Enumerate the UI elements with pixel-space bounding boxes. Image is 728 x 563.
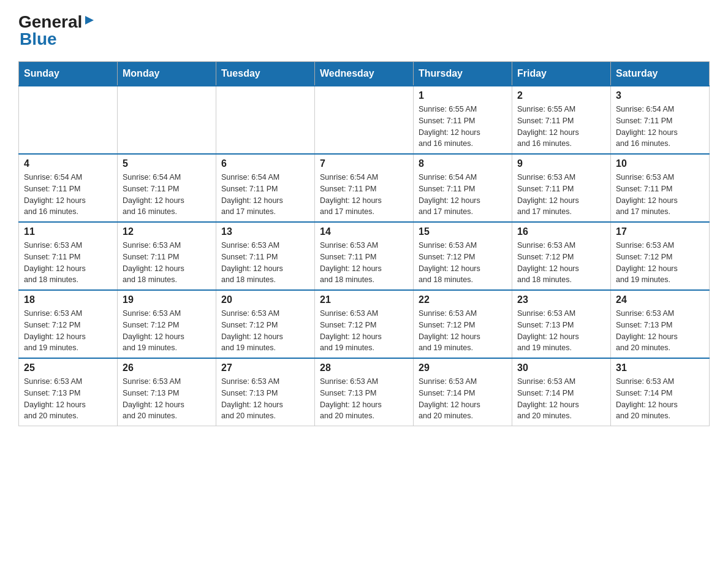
day-info: Sunrise: 6:53 AMSunset: 7:11 PMDaylight:…	[24, 240, 112, 286]
day-number: 14	[320, 226, 408, 237]
calendar-header-saturday: Saturday	[611, 62, 710, 86]
calendar-day-cell: 4Sunrise: 6:54 AMSunset: 7:11 PMDaylight…	[19, 154, 118, 222]
day-info: Sunrise: 6:53 AMSunset: 7:13 PMDaylight:…	[320, 376, 408, 422]
day-info: Sunrise: 6:53 AMSunset: 7:12 PMDaylight:…	[616, 240, 704, 286]
day-number: 21	[320, 294, 408, 305]
calendar-week-row: 18Sunrise: 6:53 AMSunset: 7:12 PMDayligh…	[19, 290, 710, 358]
calendar-day-cell: 6Sunrise: 6:54 AMSunset: 7:11 PMDaylight…	[216, 154, 315, 222]
day-number: 7	[320, 158, 408, 169]
calendar-day-cell: 22Sunrise: 6:53 AMSunset: 7:12 PMDayligh…	[414, 290, 512, 358]
day-info: Sunrise: 6:55 AMSunset: 7:11 PMDaylight:…	[419, 104, 507, 150]
day-info: Sunrise: 6:53 AMSunset: 7:14 PMDaylight:…	[419, 376, 507, 422]
day-info: Sunrise: 6:54 AMSunset: 7:11 PMDaylight:…	[419, 172, 507, 218]
day-info: Sunrise: 6:53 AMSunset: 7:11 PMDaylight:…	[616, 172, 704, 218]
day-number: 5	[123, 158, 211, 169]
day-number: 26	[123, 362, 211, 373]
day-info: Sunrise: 6:53 AMSunset: 7:14 PMDaylight:…	[517, 376, 605, 422]
calendar-week-row: 11Sunrise: 6:53 AMSunset: 7:11 PMDayligh…	[19, 222, 710, 290]
day-info: Sunrise: 6:53 AMSunset: 7:13 PMDaylight:…	[616, 308, 704, 354]
day-number: 27	[221, 362, 309, 373]
day-number: 17	[616, 226, 704, 237]
day-number: 2	[517, 90, 605, 101]
day-info: Sunrise: 6:53 AMSunset: 7:13 PMDaylight:…	[517, 308, 605, 354]
calendar-header-monday: Monday	[118, 62, 216, 86]
day-info: Sunrise: 6:54 AMSunset: 7:11 PMDaylight:…	[24, 172, 112, 218]
calendar-header-row: SundayMondayTuesdayWednesdayThursdayFrid…	[19, 62, 710, 86]
day-number: 8	[419, 158, 507, 169]
calendar-day-cell: 5Sunrise: 6:54 AMSunset: 7:11 PMDaylight…	[118, 154, 216, 222]
calendar-week-row: 1Sunrise: 6:55 AMSunset: 7:11 PMDaylight…	[19, 86, 710, 154]
calendar-day-cell: 31Sunrise: 6:53 AMSunset: 7:14 PMDayligh…	[611, 358, 710, 426]
calendar-day-cell: 30Sunrise: 6:53 AMSunset: 7:14 PMDayligh…	[512, 358, 611, 426]
day-number: 22	[419, 294, 507, 305]
day-info: Sunrise: 6:53 AMSunset: 7:12 PMDaylight:…	[419, 240, 507, 286]
calendar-day-cell: 1Sunrise: 6:55 AMSunset: 7:11 PMDaylight…	[414, 86, 512, 154]
calendar-day-cell: 12Sunrise: 6:53 AMSunset: 7:11 PMDayligh…	[118, 222, 216, 290]
logo: General Blue	[18, 12, 95, 49]
calendar-day-cell: 13Sunrise: 6:53 AMSunset: 7:11 PMDayligh…	[216, 222, 315, 290]
calendar-day-cell: 26Sunrise: 6:53 AMSunset: 7:13 PMDayligh…	[118, 358, 216, 426]
calendar-day-cell: 3Sunrise: 6:54 AMSunset: 7:11 PMDaylight…	[611, 86, 710, 154]
day-info: Sunrise: 6:53 AMSunset: 7:13 PMDaylight:…	[24, 376, 112, 422]
calendar-header-friday: Friday	[512, 62, 611, 86]
calendar-day-cell: 20Sunrise: 6:53 AMSunset: 7:12 PMDayligh…	[216, 290, 315, 358]
calendar-day-cell	[19, 86, 118, 154]
day-number: 24	[616, 294, 704, 305]
day-number: 31	[616, 362, 704, 373]
calendar-day-cell: 14Sunrise: 6:53 AMSunset: 7:11 PMDayligh…	[315, 222, 414, 290]
svg-marker-0	[85, 16, 94, 25]
day-number: 30	[517, 362, 605, 373]
day-number: 1	[419, 90, 507, 101]
day-number: 23	[517, 294, 605, 305]
logo-blue-text: Blue	[20, 29, 95, 49]
day-info: Sunrise: 6:53 AMSunset: 7:12 PMDaylight:…	[419, 308, 507, 354]
day-info: Sunrise: 6:53 AMSunset: 7:13 PMDaylight:…	[123, 376, 211, 422]
day-info: Sunrise: 6:54 AMSunset: 7:11 PMDaylight:…	[320, 172, 408, 218]
day-number: 15	[419, 226, 507, 237]
day-number: 12	[123, 226, 211, 237]
calendar-day-cell: 7Sunrise: 6:54 AMSunset: 7:11 PMDaylight…	[315, 154, 414, 222]
day-info: Sunrise: 6:53 AMSunset: 7:12 PMDaylight:…	[221, 308, 309, 354]
calendar-day-cell: 25Sunrise: 6:53 AMSunset: 7:13 PMDayligh…	[19, 358, 118, 426]
calendar-header-wednesday: Wednesday	[315, 62, 414, 86]
day-info: Sunrise: 6:54 AMSunset: 7:11 PMDaylight:…	[123, 172, 211, 218]
calendar-day-cell: 21Sunrise: 6:53 AMSunset: 7:12 PMDayligh…	[315, 290, 414, 358]
calendar-header-sunday: Sunday	[19, 62, 118, 86]
calendar-day-cell: 10Sunrise: 6:53 AMSunset: 7:11 PMDayligh…	[611, 154, 710, 222]
calendar-day-cell: 19Sunrise: 6:53 AMSunset: 7:12 PMDayligh…	[118, 290, 216, 358]
calendar-header-thursday: Thursday	[414, 62, 512, 86]
day-number: 16	[517, 226, 605, 237]
calendar-week-row: 4Sunrise: 6:54 AMSunset: 7:11 PMDaylight…	[19, 154, 710, 222]
calendar-day-cell: 2Sunrise: 6:55 AMSunset: 7:11 PMDaylight…	[512, 86, 611, 154]
calendar-day-cell: 23Sunrise: 6:53 AMSunset: 7:13 PMDayligh…	[512, 290, 611, 358]
day-info: Sunrise: 6:53 AMSunset: 7:11 PMDaylight:…	[221, 240, 309, 286]
calendar-day-cell: 29Sunrise: 6:53 AMSunset: 7:14 PMDayligh…	[414, 358, 512, 426]
calendar-day-cell	[216, 86, 315, 154]
calendar-day-cell: 16Sunrise: 6:53 AMSunset: 7:12 PMDayligh…	[512, 222, 611, 290]
day-info: Sunrise: 6:53 AMSunset: 7:14 PMDaylight:…	[616, 376, 704, 422]
calendar-day-cell: 27Sunrise: 6:53 AMSunset: 7:13 PMDayligh…	[216, 358, 315, 426]
calendar-week-row: 25Sunrise: 6:53 AMSunset: 7:13 PMDayligh…	[19, 358, 710, 426]
day-number: 20	[221, 294, 309, 305]
calendar-day-cell: 17Sunrise: 6:53 AMSunset: 7:12 PMDayligh…	[611, 222, 710, 290]
day-info: Sunrise: 6:55 AMSunset: 7:11 PMDaylight:…	[517, 104, 605, 150]
day-number: 29	[419, 362, 507, 373]
day-number: 6	[221, 158, 309, 169]
calendar-day-cell	[118, 86, 216, 154]
day-info: Sunrise: 6:53 AMSunset: 7:11 PMDaylight:…	[320, 240, 408, 286]
calendar-day-cell: 9Sunrise: 6:53 AMSunset: 7:11 PMDaylight…	[512, 154, 611, 222]
day-info: Sunrise: 6:53 AMSunset: 7:11 PMDaylight:…	[517, 172, 605, 218]
day-info: Sunrise: 6:54 AMSunset: 7:11 PMDaylight:…	[221, 172, 309, 218]
calendar-day-cell: 15Sunrise: 6:53 AMSunset: 7:12 PMDayligh…	[414, 222, 512, 290]
day-number: 9	[517, 158, 605, 169]
day-info: Sunrise: 6:53 AMSunset: 7:12 PMDaylight:…	[517, 240, 605, 286]
page-header: General Blue	[18, 12, 710, 49]
day-info: Sunrise: 6:53 AMSunset: 7:12 PMDaylight:…	[320, 308, 408, 354]
calendar-table: SundayMondayTuesdayWednesdayThursdayFrid…	[18, 61, 710, 426]
day-info: Sunrise: 6:54 AMSunset: 7:11 PMDaylight:…	[616, 104, 704, 150]
day-number: 25	[24, 362, 112, 373]
calendar-day-cell: 28Sunrise: 6:53 AMSunset: 7:13 PMDayligh…	[315, 358, 414, 426]
day-number: 3	[616, 90, 704, 101]
day-number: 19	[123, 294, 211, 305]
calendar-day-cell: 8Sunrise: 6:54 AMSunset: 7:11 PMDaylight…	[414, 154, 512, 222]
